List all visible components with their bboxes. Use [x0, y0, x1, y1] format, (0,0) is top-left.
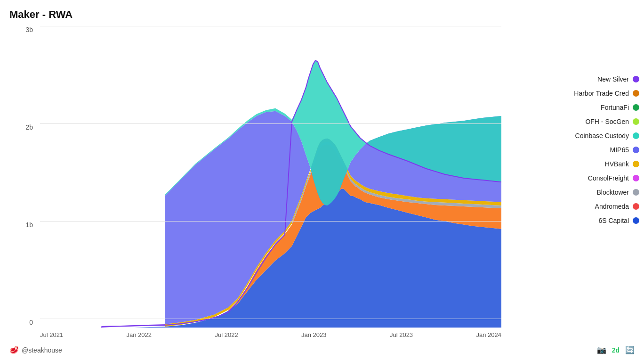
legend-item-consolfreight: ConsolFreight: [512, 174, 639, 182]
grid-line-1b: [40, 221, 501, 222]
legend-dot-mip65: [633, 147, 639, 153]
legend-dot-6s: [633, 217, 639, 224]
legend-dot-hvbank: [633, 161, 639, 167]
chart-area: 3b 2b 1b 0: [9, 26, 508, 346]
legend-item-blocktower: Blocktower: [512, 189, 639, 196]
legend-dot-harbor: [633, 90, 639, 97]
legend-item-hvbank: HVBank: [512, 160, 639, 168]
x-label-jul2022: Jul 2022: [215, 331, 238, 338]
legend-label-mip65: MIP65: [610, 146, 629, 154]
legend-item-harbor: Harbor Trade Cred: [512, 90, 639, 97]
legend-label-blocktower: Blocktower: [597, 189, 629, 196]
x-label-jul2023: Jul 2023: [390, 331, 413, 338]
legend-label-fortunafi: FortunaFi: [601, 104, 629, 111]
legend-dot-new-silver: [633, 76, 639, 82]
x-label-jan2023: Jan 2023: [301, 331, 327, 338]
y-label-2b: 2b: [25, 123, 33, 131]
footer: 🥩 @steakhouse: [9, 345, 62, 354]
grid-line-0: [40, 319, 501, 319]
legend-dot-andromeda: [633, 203, 639, 210]
x-label-jan2022: Jan 2022: [127, 331, 152, 338]
steakhouse-logo: 🥩: [9, 345, 19, 354]
y-axis: 3b 2b 1b 0: [9, 26, 35, 328]
x-label-jan2024: Jan 2024: [476, 331, 502, 338]
legend: New Silver Harbor Trade Cred FortunaFi O…: [512, 75, 639, 231]
legend-label-ofh: OFH - SocGen: [585, 118, 629, 125]
grid-line-top: [40, 26, 501, 26]
y-label-1b: 1b: [25, 221, 33, 229]
legend-item-mip65: MIP65: [512, 146, 639, 154]
grid-line-2b: [40, 123, 501, 124]
y-label-3b: 3b: [25, 26, 33, 33]
chart-svg: [40, 26, 501, 328]
legend-dot-coinbase: [633, 132, 639, 139]
legend-label-6s: 6S Capital: [598, 217, 629, 224]
legend-item-6s: 6S Capital: [512, 217, 639, 224]
legend-label-andromeda: Andromeda: [595, 203, 629, 210]
legend-item-fortunafi: FortunaFi: [512, 104, 639, 111]
legend-label-coinbase: Coinbase Custody: [575, 132, 629, 139]
legend-dot-ofh: [633, 118, 639, 125]
legend-dot-fortunafi: [633, 104, 639, 111]
page: Maker - RWA 3b 2b 1b 0: [0, 0, 644, 361]
legend-label-new-silver: New Silver: [597, 75, 629, 83]
x-axis: Jul 2021 Jan 2022 Jul 2022 Jan 2023 Jul …: [40, 331, 501, 338]
legend-dot-blocktower: [633, 189, 639, 196]
page-title: Maker - RWA: [9, 8, 72, 21]
legend-item-ofh: OFH - SocGen: [512, 118, 639, 125]
footer-controls[interactable]: 📷 2d 🔄: [597, 345, 635, 354]
legend-item-andromeda: Andromeda: [512, 203, 639, 210]
refresh-icon[interactable]: 🔄: [625, 345, 635, 354]
legend-item-coinbase: Coinbase Custody: [512, 132, 639, 139]
timeframe-button[interactable]: 2d: [612, 346, 620, 354]
footer-handle: @steakhouse: [22, 346, 62, 354]
y-label-0: 0: [29, 319, 33, 326]
camera-icon[interactable]: 📷: [597, 345, 606, 354]
legend-label-consolfreight: ConsolFreight: [588, 174, 629, 182]
x-label-jul2021: Jul 2021: [40, 331, 63, 338]
chart-plot: [40, 26, 501, 328]
legend-dot-consolfreight: [633, 175, 639, 181]
legend-item-new-silver: New Silver: [512, 75, 639, 83]
legend-label-harbor: Harbor Trade Cred: [574, 90, 629, 97]
legend-label-hvbank: HVBank: [605, 160, 629, 168]
